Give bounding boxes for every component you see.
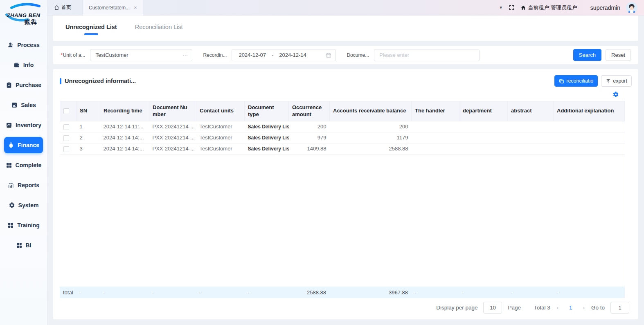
total-occurrence-amount: 2588.88 xyxy=(288,287,329,298)
calendar-icon[interactable] xyxy=(326,52,331,58)
tab-reconciliation-list[interactable]: Reconciliation List xyxy=(134,21,184,35)
document-filter-label: Docume... xyxy=(347,52,369,58)
cell-accounts-receivable-balance: 2588.88 xyxy=(330,143,412,154)
sidebar-item-complete[interactable]: Complete xyxy=(4,157,43,173)
cell-document-type: Sales Delivery List xyxy=(245,132,289,143)
username[interactable]: superadmin xyxy=(590,4,620,11)
reset-button[interactable]: Reset xyxy=(606,49,631,61)
tab-customer-statement[interactable]: CustomerStatem... × xyxy=(83,0,143,16)
avatar[interactable] xyxy=(626,2,637,13)
cell-document-type: Sales Delivery List xyxy=(245,143,289,154)
document-input[interactable] xyxy=(374,49,480,61)
sidebar-item-sales[interactable]: Sales xyxy=(4,97,43,113)
table-row[interactable]: 2 2024-12-14 14:... PXX-20241214-... Tes… xyxy=(60,132,625,143)
pagination: Display per page Page Total 3 ‹ 1 › Go t… xyxy=(60,298,632,317)
process-user-icon xyxy=(7,42,14,48)
col-handler: The handler xyxy=(412,101,459,121)
date-start-value[interactable]: 2024-12-07 xyxy=(239,52,266,58)
sidebar-item-label: Process xyxy=(17,42,39,48)
unit-select[interactable]: TestCustomer ⋯ xyxy=(90,49,192,61)
unrecognized-table: SN Recording time Document Number Contac… xyxy=(60,101,625,155)
table-zone: SN Recording time Document Number Contac… xyxy=(60,88,625,298)
recording-filter-label: Recordin... xyxy=(203,52,227,58)
total-row: total - - - - - 2588.88 3967.88 - - - - xyxy=(60,287,625,298)
more-options-icon[interactable]: ⋯ xyxy=(182,52,188,58)
sidebar-item-inventory[interactable]: Inventory xyxy=(4,117,43,133)
table-row[interactable]: 1 2024-12-14 11:... PXX-20241214-... Tes… xyxy=(60,121,625,132)
total-additional-explanation: - xyxy=(553,287,625,298)
total-document-type: - xyxy=(244,287,288,298)
search-button[interactable]: Search xyxy=(573,49,601,61)
date-end-value[interactable]: 2024-12-14 xyxy=(279,52,306,58)
topbar: 首页 CustomerStatem... × ▼ 当前租户:管理员租户 supe… xyxy=(47,0,644,16)
per-page-label: Display per page xyxy=(436,305,477,311)
page-prev-icon[interactable]: ‹ xyxy=(556,305,559,311)
total-handler: - xyxy=(411,287,459,298)
total-accounts-receivable-balance: 3967.88 xyxy=(329,287,411,298)
sidebar-item-label: Sales xyxy=(21,102,36,108)
date-range-picker[interactable]: 2024-12-07 - 2024-12-14 xyxy=(232,49,336,61)
sidebar-item-label: Training xyxy=(17,222,39,229)
clipboard-check-icon xyxy=(6,82,12,88)
sidebar-nav: Process Info Purchase Sales xyxy=(0,37,47,253)
goto-label: Go to xyxy=(591,305,605,311)
fullscreen-icon[interactable] xyxy=(509,4,515,11)
cell-additional-explanation xyxy=(554,143,625,154)
panel-title: Unrecognized informati... xyxy=(60,78,136,84)
goto-input[interactable] xyxy=(610,302,629,314)
sidebar-item-bi[interactable]: BI xyxy=(4,237,43,253)
sidebar-item-label: System xyxy=(18,202,39,208)
cell-abstract xyxy=(508,132,554,143)
cell-document-number: PXX-20241214-... xyxy=(149,121,196,132)
sidebar-item-label: Finance xyxy=(18,142,39,148)
table-row[interactable]: 3 2024-12-14 14:... PXX-20241214-... Tes… xyxy=(60,143,625,154)
cell-recording-time: 2024-12-14 14:... xyxy=(100,143,149,154)
sidebar-item-purchase[interactable]: Purchase xyxy=(4,77,43,93)
row-checkbox[interactable] xyxy=(63,124,69,130)
app-logo: ZHANG BEN 账犇 xyxy=(0,0,47,33)
close-icon[interactable]: × xyxy=(134,4,137,11)
active-tab-indicator xyxy=(84,33,98,35)
page-number[interactable]: 1 xyxy=(565,305,576,311)
unit-filter-label: *Unit of a... xyxy=(61,52,85,58)
export-button[interactable]: export xyxy=(601,75,632,87)
total-contact-units: - xyxy=(196,287,244,298)
sidebar-item-system[interactable]: System xyxy=(4,197,43,213)
sidebar-item-reports[interactable]: Reports xyxy=(4,177,43,193)
check-square-icon xyxy=(11,102,18,108)
tab-unrecognized-list[interactable]: Unrecognized List xyxy=(65,21,118,35)
col-additional-explanation: Additional explanation xyxy=(554,101,625,121)
select-all-checkbox[interactable] xyxy=(63,108,69,114)
col-department: department xyxy=(459,101,508,121)
table-header: SN Recording time Document Number Contac… xyxy=(60,101,625,121)
sidebar-item-finance[interactable]: Finance xyxy=(4,137,43,153)
breadcrumb-home[interactable]: 首页 xyxy=(54,4,71,11)
chevron-down-icon[interactable]: ▼ xyxy=(499,5,503,10)
cell-additional-explanation xyxy=(554,132,625,143)
per-page-input[interactable] xyxy=(483,302,502,314)
gear-icon xyxy=(9,202,15,208)
cell-department xyxy=(459,132,508,143)
grid-icon xyxy=(16,242,23,249)
unit-select-value: TestCustomer xyxy=(95,52,128,58)
page-next-icon[interactable]: › xyxy=(582,305,585,311)
sidebar-item-label: Inventory xyxy=(16,122,41,128)
sidebar-item-process[interactable]: Process xyxy=(4,37,43,53)
cell-accounts-receivable-balance: 200 xyxy=(330,121,412,132)
grid-icon xyxy=(6,162,12,168)
total-department: - xyxy=(459,287,507,298)
row-checkbox[interactable] xyxy=(63,135,69,141)
tenant-info[interactable]: 当前租户:管理员租户 xyxy=(520,4,577,11)
sidebar-item-training[interactable]: Training xyxy=(4,217,43,233)
total-label: total xyxy=(60,287,76,298)
reconciliation-button[interactable]: reconciliatio xyxy=(554,75,598,87)
column-settings-gear-icon[interactable] xyxy=(612,91,619,98)
table-body: 1 2024-12-14 11:... PXX-20241214-... Tes… xyxy=(60,121,625,154)
row-checkbox[interactable] xyxy=(63,146,69,152)
table-tools xyxy=(60,88,625,101)
sidebar-item-label: Info xyxy=(23,62,34,68)
cell-department xyxy=(459,143,508,154)
sidebar-item-label: Complete xyxy=(16,162,42,168)
col-recording-time: Recording time xyxy=(100,101,149,121)
sidebar-item-info[interactable]: Info xyxy=(4,57,43,73)
